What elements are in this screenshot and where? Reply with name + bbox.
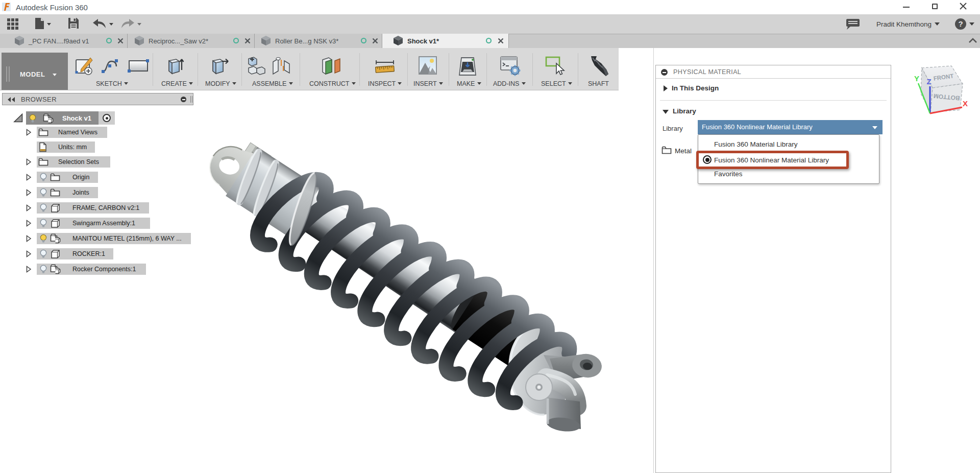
svg-text:Z: Z (926, 77, 931, 86)
svg-text:Y: Y (914, 74, 919, 83)
svg-text:X: X (963, 99, 968, 108)
